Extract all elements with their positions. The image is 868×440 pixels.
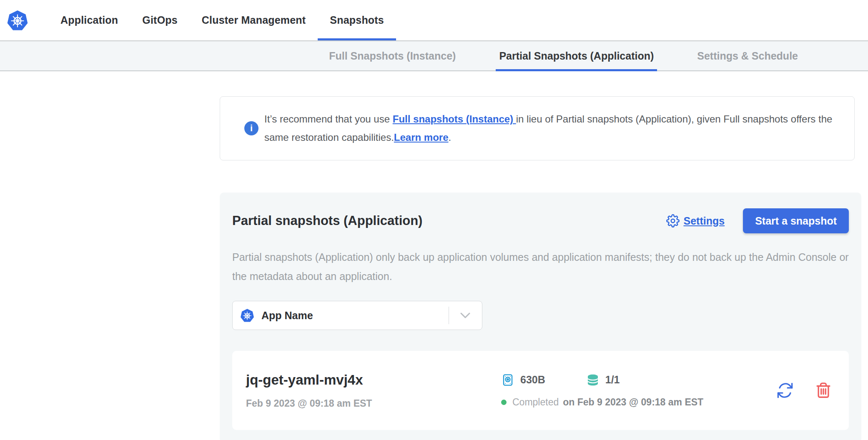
snapshot-actions (776, 382, 832, 399)
tab-full-snapshots-instance[interactable]: Full Snapshots (Instance) (329, 41, 456, 70)
trash-icon (815, 382, 832, 399)
info-banner: i It’s recommend that you use Full snaps… (220, 96, 855, 160)
primary-nav: Application GitOps Cluster Management Sn… (48, 0, 396, 40)
panel-title: Partial snapshots (Application) (232, 213, 666, 228)
snapshot-volumes-metric: 1/1 (586, 373, 620, 387)
settings-label: Settings (684, 215, 725, 227)
tab-partial-snapshots-application[interactable]: Partial Snapshots (Application) (499, 41, 654, 70)
restore-icon (776, 382, 794, 399)
info-banner-text: It’s recommend that you use Full snapsho… (264, 110, 838, 147)
snapshot-info: jq-get-yaml-mvj4x Feb 9 2023 @ 09:18 am … (246, 372, 501, 409)
info-icon: i (244, 121, 258, 135)
nav-item-snapshots[interactable]: Snapshots (318, 0, 396, 40)
snapshot-finished-timestamp: on Feb 9 2023 @ 09:18 am EST (563, 397, 703, 408)
snapshots-subnav: Full Snapshots (Instance) Partial Snapsh… (0, 40, 868, 71)
snapshot-status-line: Completed on Feb 9 2023 @ 09:18 am EST (501, 397, 776, 408)
full-snapshots-instance-link[interactable]: Full snapshots (Instance) (393, 113, 516, 125)
snapshot-status: Completed (512, 397, 559, 408)
learn-more-link[interactable]: Learn more (394, 132, 449, 143)
database-icon (586, 373, 600, 387)
banner-text-before: It’s recommend that you use (264, 113, 393, 125)
start-snapshot-button[interactable]: Start a snapshot (743, 208, 849, 233)
snapshot-started-timestamp: Feb 9 2023 @ 09:18 am EST (246, 398, 501, 409)
snapshot-metrics: 630B 1/1 (501, 373, 776, 408)
banner-text-after: . (449, 132, 452, 143)
snapshot-volumes-value: 1/1 (605, 374, 620, 386)
delete-snapshot-button[interactable] (815, 382, 832, 399)
snapshot-size-metric: 630B (501, 373, 545, 387)
disk-icon (501, 373, 514, 387)
chevron-down-icon (460, 312, 470, 318)
gear-icon (666, 214, 680, 228)
nav-item-gitops[interactable]: GitOps (130, 0, 190, 40)
select-divider (449, 307, 449, 324)
page-content: i It’s recommend that you use Full snaps… (220, 96, 861, 440)
restore-snapshot-button[interactable] (776, 382, 794, 399)
panel-header: Partial snapshots (Application) Settings… (232, 208, 849, 233)
snapshot-size-value: 630B (520, 374, 545, 386)
kubernetes-app-icon (240, 308, 254, 322)
app-name-select[interactable]: App Name (232, 301, 482, 330)
status-dot-icon (501, 400, 507, 405)
partial-snapshots-panel: Partial snapshots (Application) Settings… (220, 192, 861, 440)
top-nav: Application GitOps Cluster Management Sn… (0, 0, 868, 40)
tab-settings-schedule[interactable]: Settings & Schedule (697, 41, 798, 70)
nav-item-cluster-management[interactable]: Cluster Management (190, 0, 318, 40)
app-select-value: App Name (261, 310, 313, 322)
settings-link[interactable]: Settings (666, 214, 725, 228)
kubernetes-logo-icon[interactable] (7, 10, 28, 31)
snapshot-row: jq-get-yaml-mvj4x Feb 9 2023 @ 09:18 am … (232, 351, 849, 430)
snapshot-name: jq-get-yaml-mvj4x (246, 372, 501, 388)
panel-description: Partial snapshots (Application) only bac… (232, 248, 849, 286)
snapshot-metrics-top: 630B 1/1 (501, 373, 776, 387)
nav-item-application[interactable]: Application (48, 0, 130, 40)
